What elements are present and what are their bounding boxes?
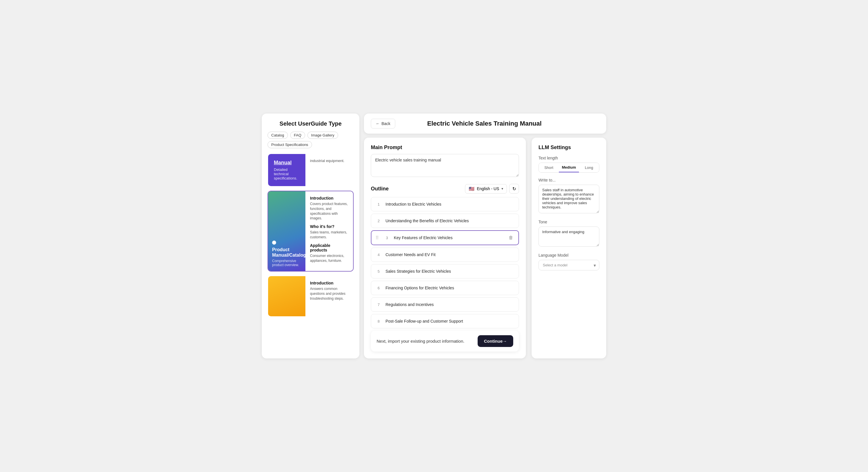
model-select[interactable]: Select a model bbox=[538, 260, 599, 270]
outline-text-3: Key Features of Electric Vehicles bbox=[394, 235, 504, 240]
outline-num-6: 6 bbox=[375, 284, 382, 291]
right-panel: ← Back Electric Vehicle Sales Training M… bbox=[364, 113, 606, 359]
outline-num-3: 3 bbox=[383, 234, 391, 241]
section-desc-1: Sales teams, marketers, customers. bbox=[310, 230, 348, 240]
filter-catalog[interactable]: Catalog bbox=[268, 132, 288, 139]
continue-button[interactable]: Continue→ bbox=[477, 335, 513, 347]
outline-num-2: 2 bbox=[375, 217, 382, 224]
write-to-textarea[interactable] bbox=[538, 185, 599, 213]
refresh-button[interactable]: ↻ bbox=[509, 184, 519, 194]
faq-title: Introduction bbox=[310, 281, 348, 285]
tone-label: Tone bbox=[538, 220, 599, 224]
left-panel-title: Select UserGuide Type bbox=[268, 121, 353, 127]
outline-num-1: 1 bbox=[375, 201, 382, 208]
top-bar: ← Back Electric Vehicle Sales Training M… bbox=[364, 113, 606, 134]
section-title-0: Introduction bbox=[310, 196, 348, 200]
language-label: English - US bbox=[477, 187, 499, 191]
app-container: Select UserGuide Type Catalog FAQ Image … bbox=[262, 113, 606, 359]
outline-text-1: Introduction to Electric Vehicles bbox=[385, 202, 515, 206]
tone-textarea[interactable] bbox=[538, 227, 599, 247]
section-title-2: Applicable products bbox=[310, 243, 348, 252]
outline-item-1[interactable]: 1 Introduction to Electric Vehicles bbox=[371, 197, 519, 211]
text-length-label: Text length bbox=[538, 156, 599, 160]
language-model-label: Language Model bbox=[538, 253, 599, 258]
faq-card-left bbox=[268, 276, 305, 316]
back-button[interactable]: ← Back bbox=[371, 119, 395, 129]
bottom-bar: Next, import your existing product infor… bbox=[371, 331, 519, 351]
manual-card-desc: Detailed technical specifications. bbox=[274, 167, 300, 180]
text-length-long[interactable]: Long bbox=[579, 163, 599, 172]
section-desc-0: Covers product features, functions, and … bbox=[310, 202, 348, 221]
filter-faq[interactable]: FAQ bbox=[290, 132, 305, 139]
outline-item-7[interactable]: 7 Regulations and Incentives bbox=[371, 297, 519, 312]
outline-num-7: 7 bbox=[375, 301, 382, 308]
page-title: Electric Vehicle Sales Training Manual bbox=[395, 120, 574, 127]
outline-text-8: Post-Sale Follow-up and Customer Support bbox=[385, 319, 515, 324]
faq-card-right: Introduction Answers common questions an… bbox=[305, 276, 353, 316]
outline-controls: 🇺🇸 English - US ▾ ↻ bbox=[465, 184, 519, 194]
product-manual-card[interactable]: Product Manual/Catalog Comprehensive pro… bbox=[268, 191, 353, 272]
product-manual-right: Introduction Covers product features, fu… bbox=[305, 191, 353, 271]
filter-tags: Catalog FAQ Image Gallery Product Specif… bbox=[268, 132, 353, 148]
text-length-short[interactable]: Short bbox=[539, 163, 559, 172]
model-select-wrapper: Select a model bbox=[538, 260, 599, 270]
outline-num-8: 8 bbox=[375, 318, 382, 325]
outline-item-8[interactable]: 8 Post-Sale Follow-up and Customer Suppo… bbox=[371, 314, 519, 328]
product-manual-left: Product Manual/Catalog Comprehensive pro… bbox=[268, 191, 305, 271]
outline-delete-btn-3[interactable]: 🗑 bbox=[507, 235, 515, 241]
text-length-group: Short Medium Long bbox=[538, 163, 599, 173]
outline-item-3[interactable]: ⠿ 3 Key Features of Electric Vehicles 🗑 bbox=[371, 230, 519, 245]
outline-label: Outline bbox=[371, 186, 389, 192]
product-manual-left-title: Product Manual/Catalog bbox=[272, 247, 301, 258]
write-to-label: Write to... bbox=[538, 178, 599, 182]
product-manual-left-desc: Comprehensive product overview. bbox=[272, 259, 301, 267]
section-desc-2: Consumer electronics, appliances, furnit… bbox=[310, 254, 348, 263]
outline-text-7: Regulations and Incentives bbox=[385, 302, 515, 307]
outline-item-4[interactable]: 4 Customer Needs and EV Fit bbox=[371, 247, 519, 262]
main-content: Main Prompt Outline 🇺🇸 English - US ▾ ↻ bbox=[364, 138, 606, 359]
language-selector[interactable]: 🇺🇸 English - US ▾ bbox=[465, 184, 507, 194]
left-panel: Select UserGuide Type Catalog FAQ Image … bbox=[262, 113, 360, 359]
outline-num-5: 5 bbox=[375, 268, 382, 275]
faq-desc: Answers common questions and provides tr… bbox=[310, 286, 348, 301]
back-arrow-icon: ← bbox=[376, 121, 380, 126]
main-prompt-textarea[interactable] bbox=[371, 154, 519, 177]
outline-text-4: Customer Needs and EV Fit bbox=[385, 252, 515, 257]
refresh-icon: ↻ bbox=[513, 186, 516, 192]
llm-settings-title: LLM Settings bbox=[538, 144, 599, 150]
filter-product-specs[interactable]: Product Specifications bbox=[268, 141, 312, 148]
outline-num-4: 4 bbox=[375, 251, 382, 258]
manual-card-title: Manual bbox=[274, 160, 300, 166]
outline-header: Outline 🇺🇸 English - US ▾ ↻ bbox=[371, 184, 519, 194]
manual-card[interactable]: Manual Detailed technical specifications… bbox=[268, 154, 353, 187]
faq-card[interactable]: Introduction Answers common questions an… bbox=[268, 276, 353, 317]
llm-settings-panel: LLM Settings Text length Short Medium Lo… bbox=[532, 138, 606, 359]
flag-icon: 🇺🇸 bbox=[469, 186, 474, 192]
outline-text-2: Understanding the Benefits of Electric V… bbox=[385, 218, 515, 223]
outline-item-5[interactable]: 5 Sales Strategies for Electric Vehicles bbox=[371, 264, 519, 278]
bottom-bar-text: Next, import your existing product infor… bbox=[377, 339, 464, 343]
product-manual-dot bbox=[272, 241, 276, 245]
main-prompt-label: Main Prompt bbox=[371, 144, 519, 150]
outline-text-5: Sales Strategies for Electric Vehicles bbox=[385, 269, 515, 274]
language-chevron-icon: ▾ bbox=[501, 187, 503, 191]
outline-text-6: Financing Options for Electric Vehicles bbox=[385, 285, 515, 290]
outline-item-6[interactable]: 6 Financing Options for Electric Vehicle… bbox=[371, 281, 519, 295]
text-length-medium[interactable]: Medium bbox=[559, 163, 579, 172]
filter-image-gallery[interactable]: Image Gallery bbox=[307, 132, 338, 139]
continue-label: Continue→ bbox=[484, 339, 507, 343]
outline-item-2[interactable]: 2 Understanding the Benefits of Electric… bbox=[371, 214, 519, 228]
drag-handle-icon: ⠿ bbox=[375, 235, 379, 241]
center-column: Main Prompt Outline 🇺🇸 English - US ▾ ↻ bbox=[364, 138, 526, 359]
manual-card-left: Manual Detailed technical specifications… bbox=[268, 154, 305, 186]
back-label: Back bbox=[381, 121, 391, 126]
outline-list: 1 Introduction to Electric Vehicles 2 Un… bbox=[371, 197, 519, 328]
section-title-1: Who it's for? bbox=[310, 224, 348, 229]
manual-card-right: industrial equipment. bbox=[305, 154, 349, 186]
